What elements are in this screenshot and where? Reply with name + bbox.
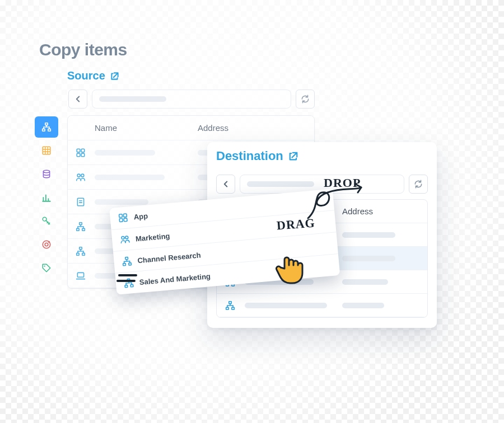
external-link-icon [110,71,120,81]
key-icon [41,216,52,226]
rail-chart-icon[interactable] [35,187,58,208]
source-type-rail [35,116,58,279]
people-icon [119,234,130,245]
database-icon [41,169,52,179]
hierarchy-icon [122,256,133,267]
chevron-left-icon [221,179,231,189]
rail-database-icon[interactable] [35,163,58,185]
table-icon [41,145,52,156]
drop-annotation: DROP [324,176,361,190]
source-link[interactable]: Source [67,69,120,82]
app-icon [118,212,129,223]
column-address: Address [198,123,228,133]
drag-annotation: DRAG [276,216,315,233]
motion-lines [116,270,150,286]
note-icon [76,197,86,207]
back-button[interactable] [216,175,235,194]
rail-table-icon[interactable] [35,140,58,161]
laptop-icon [76,271,86,281]
refresh-icon [300,94,310,104]
people-icon [76,172,86,182]
drag-item-label: Marketing [135,232,170,243]
hierarchy-icon [76,246,86,256]
target-icon [41,239,52,250]
source-table-header: Name Address [68,116,314,140]
hierarchy-icon [41,122,52,132]
refresh-button[interactable] [409,175,428,194]
drag-cursor-icon [273,247,312,286]
hierarchy-icon [76,222,86,232]
table-row[interactable] [217,294,427,317]
drag-item-label: Channel Research [137,251,201,265]
refresh-button[interactable] [296,90,315,109]
chevron-left-icon [73,94,83,104]
tag-icon [41,263,52,273]
breadcrumb-path[interactable] [92,90,291,109]
external-link-icon [288,151,299,162]
source-label: Source [67,69,105,82]
rail-hierarchy-icon[interactable] [35,116,58,138]
rail-key-icon[interactable] [35,210,58,232]
hierarchy-icon [225,300,235,311]
destination-link[interactable]: Destination [216,149,299,163]
back-button[interactable] [68,90,87,109]
rail-target-icon[interactable] [35,234,58,255]
refresh-icon [413,179,423,189]
rail-tag-icon[interactable] [35,257,58,279]
destination-label: Destination [216,149,283,163]
app-icon [76,148,86,158]
chart-icon [41,192,52,203]
page-title: Copy items [39,40,127,59]
column-address: Address [342,206,421,216]
column-name: Name [95,123,190,133]
drag-item-label: App [133,212,148,221]
